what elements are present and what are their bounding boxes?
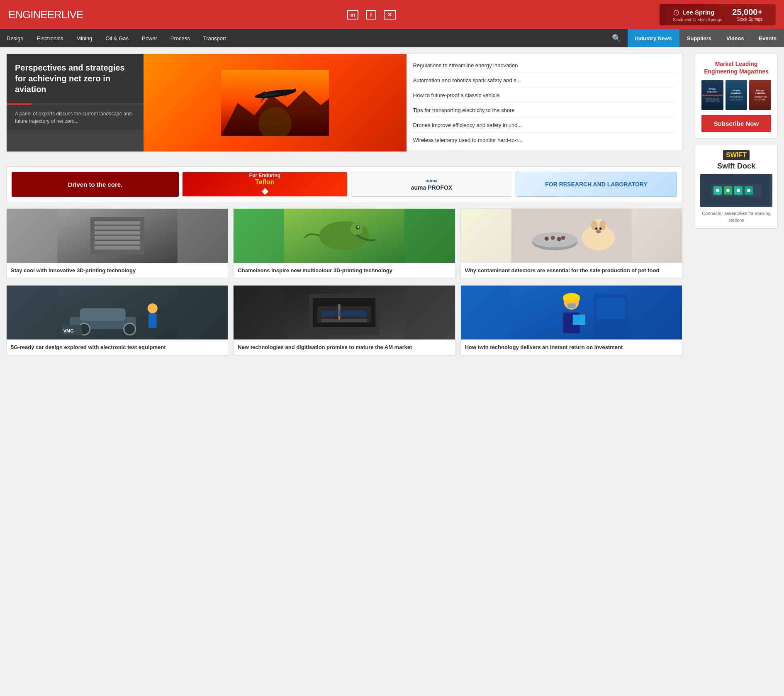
svg-point-25: [544, 237, 548, 241]
ad-brand: Lee Spring: [682, 9, 715, 16]
article-card-2[interactable]: Why contaminant detectors are essential …: [460, 208, 682, 279]
nav-events[interactable]: Events: [751, 29, 784, 47]
sidebar-ad-logo: SWIFT: [723, 150, 750, 160]
svg-rect-57: [567, 303, 575, 308]
main-nav: Design Electronics Mining Oil & Gas Powe…: [0, 29, 784, 47]
mag-cover-3[interactable]: Designengineer CONNECTORFOR DIVING: [749, 80, 771, 110]
svg-rect-60: [573, 315, 584, 324]
nav-item-mining[interactable]: Mining: [70, 29, 99, 47]
header-ad-banner[interactable]: ⊙ Lee Spring Stock and Custom Springs 25…: [660, 4, 776, 25]
svg-point-24: [532, 232, 577, 247]
svg-point-21: [358, 226, 359, 228]
article-card-5[interactable]: How twin technology delivers an instant …: [460, 285, 682, 356]
site-logo[interactable]: ENGINEERLIVE: [8, 8, 83, 21]
article-card-0-title: Stay cool with innovative 3D-printing te…: [11, 267, 224, 274]
svg-rect-62: [596, 298, 625, 319]
magazine-box: Market Leading Engineering Magazines STE…: [695, 54, 778, 139]
article-card-1-title: Chameleons inspire new multicolour 3D-pr…: [238, 267, 450, 274]
article-card-3[interactable]: VMG 5G-ready car design explored with el…: [6, 285, 228, 356]
plane-svg: [221, 70, 329, 136]
article-card-0[interactable]: Stay cool with innovative 3D-printing te…: [6, 208, 228, 279]
svg-rect-13: [95, 231, 140, 234]
facebook-icon[interactable]: f: [366, 10, 376, 20]
article-card-5-title: How twin technology delivers an instant …: [465, 344, 678, 351]
svg-point-72: [747, 189, 750, 192]
article-list-item-0[interactable]: Regulations to streamline energy innovat…: [413, 58, 676, 73]
page-wrapper: Perspectives and strategies for achievin…: [0, 47, 784, 368]
svg-rect-16: [95, 246, 140, 249]
ad-highlight: 25,000+: [732, 7, 762, 17]
nav-industry-news[interactable]: Industry News: [628, 29, 679, 47]
svg-point-71: [737, 189, 740, 192]
ad-highlight-sub: Stock Springs: [732, 17, 762, 22]
content-area: Perspectives and strategies for achievin…: [0, 47, 689, 368]
nav-suppliers[interactable]: Suppliers: [679, 29, 719, 47]
magazine-covers: STEELengineer ADVANCES INAUTOMATION Powe…: [701, 80, 771, 110]
ad-teflon[interactable]: For Enduring Teflon ◆: [182, 172, 348, 197]
site-header: ENGINEERLIVE in f ✕ ⊙ Lee Spring Stock a…: [0, 0, 784, 29]
svg-rect-12: [95, 226, 140, 230]
sidebar-ad-subtitle: Connector assemblies for docking station…: [700, 210, 772, 223]
article-card-1-image: [234, 209, 455, 263]
svg-point-34: [599, 227, 601, 230]
nav-main-items: Design Electronics Mining Oil & Gas Powe…: [0, 29, 605, 47]
content-wrapper: Perspectives and strategies for achievin…: [0, 47, 689, 368]
svg-point-27: [557, 237, 561, 241]
svg-rect-42: [149, 313, 157, 328]
article-card-3-image: VMG: [7, 286, 228, 339]
ad-teflon-label: For Enduring: [249, 173, 280, 178]
ad-tagline: Stock and Custom Springs: [673, 17, 722, 22]
svg-point-33: [595, 227, 597, 230]
ad-research[interactable]: FOR RESEARCH AND LABORATORY: [516, 172, 677, 197]
article-list-item-5[interactable]: Wireless telemetry used to monitor hard-…: [413, 133, 676, 147]
nav-item-transport[interactable]: Transport: [197, 29, 233, 47]
article-card-2-image: [461, 209, 682, 263]
ad-profox-label: auma PROFOX: [411, 184, 453, 191]
mag-cover-1[interactable]: STEELengineer ADVANCES INAUTOMATION: [701, 80, 723, 110]
sidebar-ad[interactable]: SWIFT Swift Dock: [695, 145, 778, 229]
twitter-x-icon[interactable]: ✕: [384, 10, 396, 20]
hero-description: A panel of experts discuss the current l…: [7, 105, 144, 130]
nav-item-power[interactable]: Power: [135, 29, 164, 47]
hero-title: Perspectives and strategies for achievin…: [15, 62, 135, 95]
ad-driven[interactable]: Driven to the core.: [12, 172, 179, 197]
hero-text-box: Perspectives and strategies for achievin…: [7, 54, 144, 103]
nav-videos[interactable]: Videos: [719, 29, 751, 47]
ad-research-label: FOR RESEARCH AND LABORATORY: [545, 181, 648, 188]
article-list-item-2[interactable]: How to future-proof a classic vehicle: [413, 88, 676, 103]
mag-cover-2[interactable]: Powerengineer PIONEERINGFOR CHANGE: [726, 80, 747, 110]
ad-teflon-brand: Teflon: [255, 178, 275, 186]
subscribe-button[interactable]: Subscribe Now: [701, 115, 771, 132]
nav-item-oilgas[interactable]: Oil & Gas: [99, 29, 135, 47]
linkedin-icon[interactable]: in: [347, 10, 359, 20]
svg-point-26: [550, 236, 555, 240]
hero-section: Perspectives and strategies for achievin…: [6, 54, 682, 152]
nav-item-process[interactable]: Process: [164, 29, 197, 47]
article-card-4[interactable]: New technologies and digitisation promis…: [233, 285, 455, 356]
sidebar-ad-image: [700, 174, 772, 207]
svg-text:VMG: VMG: [63, 328, 74, 333]
svg-point-41: [148, 303, 158, 313]
ad-profox-brand: auma: [426, 178, 438, 183]
article-list-item-1[interactable]: Automation and robotics spark safety and…: [413, 73, 676, 88]
svg-rect-38: [80, 308, 126, 321]
sidebar-ad-title: Swift Dock: [700, 162, 772, 171]
article-list-item-3[interactable]: Tips for transporting electricity to the…: [413, 103, 676, 118]
article-card-1[interactable]: Chameleons inspire new multicolour 3D-pr…: [233, 208, 455, 279]
svg-point-28: [561, 236, 565, 240]
svg-rect-15: [95, 241, 140, 244]
article-grid-row2: VMG 5G-ready car design explored with el…: [6, 285, 682, 356]
hero-left[interactable]: Perspectives and strategies for achievin…: [7, 54, 144, 151]
nav-item-electronics[interactable]: Electronics: [30, 29, 70, 47]
search-icon[interactable]: 🔍: [605, 34, 628, 43]
nav-item-design[interactable]: Design: [0, 29, 30, 47]
article-list: Regulations to streamline energy innovat…: [407, 54, 682, 151]
article-card-2-title: Why contaminant detectors are essential …: [465, 267, 678, 274]
svg-rect-56: [563, 297, 579, 300]
article-list-item-4[interactable]: Drones improve efficiency and safety in …: [413, 118, 676, 133]
hero-image[interactable]: [144, 54, 407, 151]
ad-profox[interactable]: auma auma PROFOX: [351, 172, 512, 197]
logo-main: ENGINEER: [8, 8, 61, 21]
article-card-5-image: [461, 286, 682, 339]
ad-banners-row: Driven to the core. For Enduring Teflon …: [6, 166, 682, 202]
